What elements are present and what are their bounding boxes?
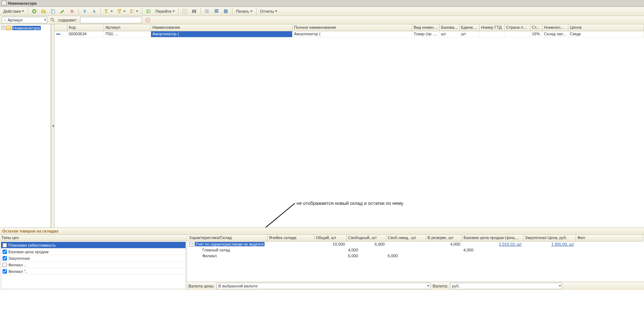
tree-root-node[interactable]: + Номенклатура [1, 25, 50, 31]
app-icon [1, 1, 7, 6]
edit-button[interactable] [58, 7, 67, 15]
window-title: Номенклатура [8, 0, 37, 7]
price-type-checkbox[interactable] [3, 243, 7, 247]
col-code[interactable]: Код [67, 24, 104, 31]
stock-cell-base_price[interactable]: 2 019,10, шт [462, 242, 524, 247]
col-char[interactable]: Характеристика/Склад [188, 235, 267, 241]
stock-pane: Характеристика/Склад Ячейка склада Общий… [187, 235, 644, 290]
columns-button[interactable] [222, 7, 230, 15]
add-folder-button[interactable] [39, 7, 48, 15]
svg-rect-14 [215, 9, 219, 11]
move-up-button[interactable] [80, 7, 89, 15]
print-menu[interactable]: Печать [234, 7, 254, 15]
col-marker[interactable] [55, 24, 67, 31]
currency-price-dropdown[interactable]: В выбранной валюте [216, 283, 430, 289]
arrow-icon: ➞ [3, 18, 6, 22]
expand-icon[interactable]: + [1, 26, 5, 30]
splitter[interactable] [51, 24, 55, 227]
svg-rect-18 [227, 9, 228, 13]
settings-button[interactable] [180, 7, 189, 15]
stock-cell-free [360, 247, 399, 253]
col-nomencl[interactable]: Номенклат... [542, 24, 568, 31]
stock-row[interactable]: Филиал6,0006,000 [188, 253, 643, 259]
list-view-button[interactable] [203, 7, 211, 15]
currency-price-value: В выбранной валюте [218, 284, 257, 288]
stock-cell-base_price [475, 247, 537, 253]
price-type-checkbox[interactable] [3, 269, 7, 274]
currency-label: Валюта: [433, 284, 448, 288]
price-types-header: Типы цен [0, 235, 187, 241]
col-price[interactable]: Ценов [568, 24, 644, 31]
col-free[interactable]: Свободный, шт [347, 235, 386, 241]
add-button[interactable] [30, 7, 39, 15]
currency-price-label: Валюта цены: [188, 284, 214, 288]
cell-code: 00003634 [67, 31, 104, 37]
cell-rate: 18% [530, 31, 542, 37]
tree-root-label: Номенклатура [12, 26, 41, 30]
barcode-button[interactable] [190, 7, 199, 15]
filter-contains-label: содержит: [58, 18, 77, 22]
stock-cell-cell [267, 242, 314, 247]
stock-cell-char: Главный склад [188, 247, 281, 253]
search-icon[interactable] [50, 17, 55, 23]
price-type-row[interactable]: Филиал .. [1, 262, 186, 268]
goto-menu[interactable]: Перейти [154, 7, 176, 15]
svg-point-13 [184, 10, 186, 12]
tree-mode-3-button[interactable] [128, 7, 140, 15]
copy-button[interactable] [49, 7, 57, 15]
stock-row[interactable]: −Учет по характеристикам не ведется10,00… [188, 242, 643, 247]
tree-mode-2-button[interactable] [115, 7, 127, 15]
stock-row[interactable]: Главный склад4,0004,000 [188, 247, 643, 253]
price-type-row[interactable]: Филиал ".. [1, 268, 186, 275]
col-base[interactable]: Базова... [440, 24, 460, 31]
move-down-button[interactable] [90, 7, 99, 15]
col-type[interactable]: Вид номенк... [412, 24, 440, 31]
col-fil[interactable]: Фил [576, 235, 643, 241]
stock-cell-purchase_price[interactable]: 1 655,00, шт [524, 242, 576, 247]
col-free-exp[interactable]: Своб.ожид., шт [386, 235, 426, 241]
price-type-checkbox[interactable] [3, 263, 7, 267]
stock-cell-total: 4,000 [327, 247, 360, 253]
stock-cell-purchase_price [537, 247, 589, 253]
col-total[interactable]: Общий, шт [314, 235, 347, 241]
stock-cell-free_exp [386, 242, 426, 247]
col-base-price[interactable]: Базовая цена продаж Цена,... [462, 235, 524, 241]
col-reserve[interactable]: В резерве, шт [426, 235, 462, 241]
filter-field-dropdown[interactable]: ➞ Артикул [1, 17, 47, 23]
table-row[interactable]: 00003634 П50.. .. Амортизатор ( Амортиза… [55, 31, 644, 37]
col-gtd[interactable]: Номер ГТД [480, 24, 505, 31]
filter-input[interactable] [80, 17, 142, 23]
clear-filter-button[interactable] [145, 17, 151, 23]
col-fullname[interactable]: Полное наименование [293, 24, 412, 31]
col-unit[interactable]: Единиц... [460, 24, 480, 31]
dropdown-caret-icon [172, 11, 175, 12]
col-rate[interactable]: Ст... [530, 24, 542, 31]
col-country[interactable]: Страна про... [505, 24, 530, 31]
col-name[interactable]: Наименование [151, 24, 293, 31]
delete-button[interactable] [68, 7, 76, 15]
detail-view-button[interactable] [212, 7, 221, 15]
reports-menu[interactable]: Отчеты [258, 7, 279, 15]
price-type-row[interactable]: Плановая себестоимость [1, 242, 186, 249]
actions-label: Действия [3, 9, 21, 13]
price-type-checkbox[interactable] [3, 250, 7, 254]
dropdown-caret-icon [44, 19, 46, 21]
svg-rect-7 [118, 9, 119, 11]
svg-rect-6 [106, 12, 107, 13]
currency-dropdown[interactable]: руб. [450, 283, 562, 289]
price-type-checkbox[interactable] [3, 256, 7, 261]
col-cell[interactable]: Ячейка склада [267, 235, 314, 241]
cell-nomencl: Склад зап... [542, 31, 568, 37]
price-type-row[interactable]: Закупочная [1, 255, 186, 262]
cell-type: Товар (пр. ... [412, 31, 440, 37]
price-type-row[interactable]: Базовая цена продаж [1, 249, 186, 255]
refresh-button[interactable] [144, 7, 153, 15]
col-article[interactable]: Артикул [104, 24, 151, 31]
col-purchase-price[interactable]: Закупочная Цена, руб. [524, 235, 576, 241]
collapse-left-icon[interactable] [52, 124, 54, 127]
tree-mode-1-button[interactable] [103, 7, 115, 15]
actions-menu[interactable]: Действия [1, 7, 26, 15]
svg-rect-15 [215, 11, 219, 13]
cell-name: Амортизатор ( [151, 31, 293, 37]
stock-cell-free: 6,000 [360, 253, 399, 259]
